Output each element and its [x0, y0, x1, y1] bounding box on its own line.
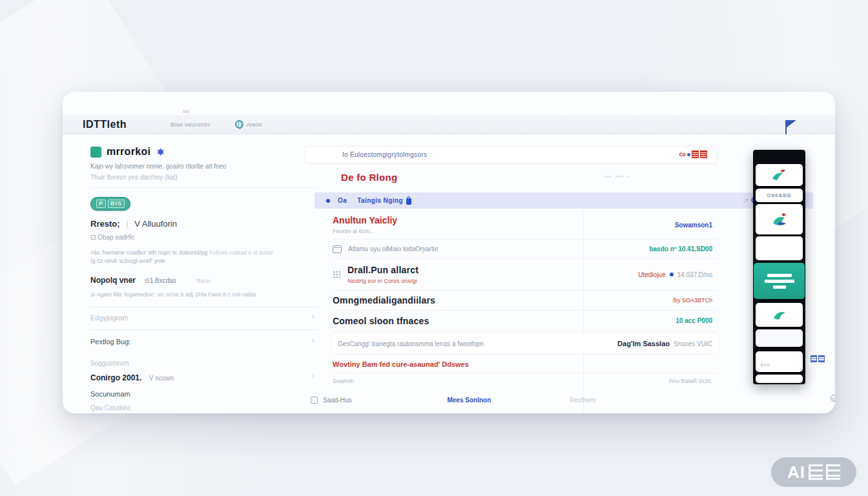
chevron-right-icon [310, 374, 315, 378]
thumbnail-card-partial[interactable] [756, 375, 803, 383]
row-value: PAu Batalli SUN. [669, 378, 712, 384]
app-logo[interactable]: IDTTleth [83, 119, 127, 130]
field-value: V Alluuforin [134, 219, 177, 229]
table-row-card[interactable]: GesCangg' tranegta rautonsmma lenas a fw… [333, 334, 718, 353]
thumbnail-pill[interactable]: O66&BB [756, 189, 803, 202]
paragraph-faint: Fultvini cuttuat n st tivitat [209, 249, 273, 256]
pill-segment: P [96, 200, 106, 208]
sidebar-link-row[interactable]: ⊡ Obap eadrfic [90, 234, 318, 241]
table-row[interactable]: Wovtiny Bam fed cure-asaunad' Ddswes [333, 356, 718, 373]
brand-logo-icon [90, 147, 101, 158]
window-tiny-label: idil [183, 108, 189, 114]
sidebar-item-edgyjogram[interactable]: Edgyjogram [90, 314, 318, 322]
window-icon [333, 245, 342, 253]
divider [90, 329, 318, 330]
glyph-block-icon [818, 355, 825, 362]
account-menu[interactable]: Arecn [235, 120, 262, 129]
footer-right-link[interactable]: G Gesciones .. [831, 395, 835, 402]
sidebar-item-conirgo[interactable]: Conirgo 2001. V noswn [90, 373, 318, 382]
brand-subtagline: Thuir floresn yes dacrhoy (liat) [90, 174, 318, 181]
footer-check-label: Saad-Hus [323, 397, 351, 404]
thumbnail-card[interactable] [756, 164, 803, 186]
checkbox[interactable] [311, 397, 318, 404]
thumbnail-card-empty[interactable] [756, 236, 803, 260]
bars-icon [765, 274, 794, 289]
sidebar-field-row[interactable]: Rresto; | V Alluuforin [90, 219, 318, 229]
sidebar-item-qau[interactable]: Qau Casakinc [90, 404, 318, 411]
field-label: Nopolq vner [90, 276, 136, 285]
heading-dashes [604, 176, 630, 178]
separator: | [126, 219, 128, 229]
sidebar-item-sub: V noswn [149, 375, 174, 382]
table-row[interactable]: Anultun Yaicliy Feortm al 6cm... Sowamso… [333, 211, 718, 240]
swoosh-icon [770, 307, 789, 323]
table-row[interactable]: Atlamu uyu olMaio lodaOryartin basdo nº … [333, 240, 718, 259]
thumbnail-card[interactable] [756, 204, 803, 234]
globe-icon [235, 120, 243, 129]
top-navigation-bar: IDTTleth Bise veurontrr Arecn [63, 115, 835, 134]
row-title: Atlamu uyu olMaio lodaOryartin [348, 245, 439, 253]
sidebar-item-pextlog[interactable]: Pextlog Bug: [90, 338, 318, 346]
row-value: 10 acc P000 [676, 317, 712, 324]
thumbnail-card-selected[interactable] [754, 263, 805, 299]
account-label: Arecn [247, 121, 262, 128]
sidebar-field-row[interactable]: Nopolq vner ⊙1 Bxcdas Reco [90, 276, 318, 285]
divider [90, 307, 318, 307]
row-subtitle: Nestrtg eor in Cores onsrgi [347, 278, 418, 284]
stamp-text: ćo [679, 151, 686, 158]
table-row[interactable]: Soamsh PAu Batalli SUN. [333, 373, 718, 389]
thumbnail-card-empty[interactable] [756, 329, 803, 347]
watermark-text: AI [787, 462, 805, 482]
highlight-tag: Oa [338, 197, 347, 204]
sidebar-item-label: Pextlog Bug: [90, 338, 130, 346]
paragraph-text: /g O! nindr sclnugl-smtif' ynte [90, 258, 165, 264]
sidebar: mrrorkoi ✱ Kajo wy lahsvomer nnnie, goai… [90, 146, 318, 411]
red-seal-icon [692, 150, 699, 158]
brand-name: mrrorkoi [107, 146, 150, 158]
table-row[interactable]: Comeol sloon tfnaces 10 acc P000 [333, 311, 718, 331]
paragraph-text: Abc foemane cuadbo' oth nopn te dottunid… [90, 249, 207, 256]
cjk-glyph-icon [809, 464, 823, 480]
row-status: Dag'lm Sasslao [617, 340, 670, 347]
thumbnail-small-text: suu [761, 362, 770, 367]
table-row[interactable]: Omngmedialigandiilars /by SOA3BTCh [333, 291, 718, 311]
footer-bar: Saad-Hus Mees Sonlnon Revthem G Gescione… [311, 393, 821, 407]
chevron-right-icon [310, 338, 315, 343]
row-subtitle: Feortm al 6cm... [333, 228, 397, 234]
row-value: Snsoes VUIC [674, 340, 712, 347]
thumbnail-strip: O66&BB suu [753, 150, 805, 384]
footer-center-link[interactable]: Mees Sonlnon [447, 397, 491, 404]
sidebar-item-socunumam[interactable]: Socunumam [90, 390, 318, 398]
highlighted-row[interactable]: Oa Taingis Nging ..7 Op [315, 192, 813, 209]
sidebar-item-soggusmrum[interactable]: Soggusmrum [90, 360, 318, 367]
flag-icon[interactable] [786, 120, 796, 128]
side-note-glyphs [811, 355, 826, 364]
topbar-nav-text[interactable]: Bise veurontrr [170, 121, 211, 128]
sidebar-item-label: Qau Casakinc [90, 404, 131, 411]
row-status: Utediojue [638, 271, 665, 278]
highlight-title: Taingis Nging [357, 197, 403, 204]
field-extra: Reco [196, 278, 210, 284]
bird-logo-icon [769, 210, 790, 229]
green-pill-button[interactable]: P BIS [90, 197, 130, 211]
highlight-right-small: ..7 [742, 198, 748, 203]
chevron-right-icon [310, 315, 315, 319]
row-title: Soamsh [333, 378, 354, 384]
field-value: ⊙1 Bxcdas [144, 277, 176, 284]
pill-segment: BIS [108, 200, 125, 208]
brand-row: mrrorkoi ✱ [90, 146, 318, 158]
row-title: Comeol sloon tfnaces [333, 316, 429, 326]
search-bar[interactable]: Io Euloestomgigrytolmgsors ćo [305, 146, 717, 163]
sidebar-item-label: Edgyjogram [90, 314, 129, 322]
app-window: idil IDTTleth Bise veurontrr Arecn mrror… [63, 92, 835, 413]
lock-icon [406, 198, 411, 205]
sidebar-meta-row: ⊖ Agars filtir fegamednic: vic Acne b ad… [90, 291, 318, 298]
thumbnail-card[interactable]: suu [756, 351, 803, 372]
sidebar-item-label: Socunumam [90, 390, 130, 398]
blue-dot-icon [687, 153, 690, 156]
blue-dot-icon [326, 199, 330, 203]
search-input-text[interactable]: Io Euloestomgigrytolmgsors [342, 151, 427, 158]
divider [90, 187, 318, 188]
thumbnail-card[interactable] [756, 303, 803, 327]
table-row[interactable]: Drall.Pun allarct Nestrtg eor in Cores o… [333, 259, 718, 291]
